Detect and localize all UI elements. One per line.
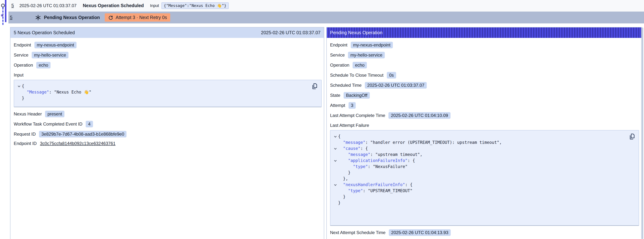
json-line: "type": "UPSTREAM_TIMEOUT"	[332, 188, 628, 194]
json-line: }	[332, 200, 628, 206]
json-gutter	[332, 176, 338, 182]
detail-card-title: 5 Nexus Operation Scheduled	[14, 30, 75, 35]
json-line-text: }	[338, 200, 341, 206]
field-label: Nexus Header	[14, 112, 42, 116]
json-line-text: "cause": {	[338, 146, 368, 152]
json-gutter	[332, 170, 338, 176]
field-value-chip: my-nexus-endpoint	[34, 42, 76, 48]
json-line: "message": "handler error (UPSTREAM_TIME…	[332, 140, 628, 146]
pending-operation-card: Pending Nexus Operation Endpointmy-nexus…	[326, 27, 642, 239]
json-gutter	[16, 89, 22, 95]
field-value-chip: 3	[348, 102, 356, 109]
event-id-link[interactable]: 5	[10, 15, 12, 20]
collapse-chevron-icon[interactable]	[334, 183, 337, 186]
field-endpoint-id: Endpoint ID3c0c75ccfa8144b092c13ce632463…	[14, 141, 322, 146]
field-workflow-task-completed-event-id: Workflow Task Completed Event ID4	[14, 121, 322, 127]
event-title: Pending Nexus Operation	[44, 15, 100, 20]
failure-json-block: { "message": "handler error (UPSTREAM_TI…	[330, 130, 639, 226]
field-value-chip: 0s	[387, 72, 396, 78]
field-operation: Operationecho	[330, 62, 639, 68]
field-label: Service	[330, 52, 345, 58]
pending-card-body: Endpointmy-nexus-endpointServicemy-hello…	[327, 38, 641, 236]
field-label: Endpoint	[330, 42, 348, 48]
event-input-value-chip: {"Message":"Nexus Echo 👋"}	[162, 2, 228, 9]
copy-icon[interactable]	[628, 133, 636, 141]
json-line-text: }	[22, 95, 24, 101]
json-line-text: "type": "UPSTREAM_TIMEOUT"	[338, 188, 412, 194]
field-value-chip: BackingOff	[344, 92, 370, 99]
json-gutter	[332, 152, 338, 158]
field-operation: Operationecho	[14, 62, 322, 68]
event-detail-card-scheduled: 5 Nexus Operation Scheduled 2025-02-26 U…	[10, 27, 324, 239]
json-line: {	[332, 134, 628, 140]
collapse-chevron-icon[interactable]	[334, 135, 337, 138]
collapse-chevron-icon[interactable]	[18, 84, 20, 87]
pending-card-title: Pending Nexus Operation	[330, 30, 382, 35]
field-value-chip: 2025-02-26 UTC 01:03:37.07	[365, 82, 427, 88]
failure-section-label: Last Attempt Failure	[330, 123, 639, 128]
json-gutter	[332, 146, 338, 152]
event-timestamp: 2025-02-26 UTC 01:03:37.07	[20, 3, 76, 8]
json-line: }	[16, 95, 310, 101]
event-row-pending[interactable]: 5 Pending Nexus Operation Attempt 3 · Ne…	[8, 12, 644, 24]
json-line: }	[332, 194, 628, 200]
json-line-text: },	[338, 176, 348, 182]
field-label: Next Attempt Schedule Time	[330, 230, 386, 235]
json-gutter	[16, 83, 22, 89]
field-value-chip: 2025-02-26 UTC 01:04:10.09	[388, 112, 450, 119]
detail-card-timestamp: 2025-02-26 UTC 01:03:37.07	[261, 30, 320, 35]
pending-card-header: Pending Nexus Operation	[327, 28, 641, 38]
json-line: "applicationFailureInfo": {	[332, 158, 628, 164]
json-line-text: {	[338, 134, 341, 140]
event-title: Nexus Operation Scheduled	[83, 3, 144, 8]
field-label: Attempt	[330, 103, 345, 108]
json-line-text: "message": "upstream timeout",	[338, 152, 422, 158]
input-section-label: Input	[14, 72, 322, 78]
field-label: Workflow Task Completed Event ID	[14, 122, 82, 127]
json-gutter	[332, 140, 338, 146]
field-label: Service	[14, 52, 28, 58]
event-row-scheduled[interactable]: 5 2025-02-26 UTC 01:03:37.07 Nexus Opera…	[8, 0, 644, 11]
field-service: Servicemy-hello-service	[330, 52, 639, 58]
field-value-chip: echo	[36, 62, 50, 68]
field-value-chip: my-nexus-endpoint	[351, 42, 393, 48]
field-value-chip: my-hello-service	[348, 52, 385, 58]
json-gutter	[332, 182, 338, 188]
detail-card-header: 5 Nexus Operation Scheduled 2025-02-26 U…	[10, 28, 324, 38]
field-value-chip: 3e829b7e-7d67-4b08-aad3-b1e868bfe9e0	[39, 131, 126, 138]
field-label: Endpoint ID	[14, 141, 36, 146]
vertical-scrollbar[interactable]	[642, 28, 643, 239]
field-label: Operation	[330, 62, 349, 68]
field-value-chip: present	[45, 111, 64, 117]
field-label: Last Attempt Complete Time	[330, 113, 385, 118]
json-gutter	[332, 164, 338, 170]
copy-icon[interactable]	[311, 83, 318, 90]
field-value-link[interactable]: 3c0c75ccfa8144b092c13ce632463761	[40, 141, 115, 146]
field-label: Endpoint	[14, 42, 31, 48]
field-value-chip: 2025-02-26 UTC 01:04:13.93	[389, 229, 451, 236]
json-line: },	[332, 176, 628, 182]
field-value-chip: echo	[352, 62, 367, 68]
json-line-text: }	[338, 170, 350, 176]
timeline-event-dot-current	[1, 14, 4, 17]
timeline-event-dot-open	[1, 4, 5, 7]
json-line: }	[332, 170, 628, 176]
field-label: State	[330, 93, 340, 98]
field-schedule-to-close-timeout: Schedule To Close Timeout0s	[330, 72, 639, 78]
collapse-chevron-icon[interactable]	[334, 159, 337, 162]
json-line: "Message": "Nexus Echo 👋"	[16, 89, 310, 95]
event-id-link[interactable]: 5	[11, 3, 14, 8]
field-attempt: Attempt3	[330, 102, 639, 109]
json-gutter	[332, 194, 338, 200]
json-line-text: "nexusHandlerFailureInfo": {	[338, 182, 412, 188]
field-value-chip: my-hello-service	[32, 52, 68, 58]
field-scheduled-time: Scheduled Time2025-02-26 UTC 01:03:37.07	[330, 82, 639, 88]
json-line-text: "message": "handler error (UPSTREAM_TIME…	[338, 140, 502, 146]
retry-refresh-icon	[108, 15, 113, 20]
field-state: StateBackingOff	[330, 92, 639, 99]
field-label: Scheduled Time	[330, 83, 362, 88]
event-history-view: 5 2025-02-26 UTC 01:03:37.07 Nexus Opera…	[0, 0, 644, 239]
collapse-chevron-icon[interactable]	[334, 147, 337, 150]
json-gutter	[332, 188, 338, 194]
event-input-label: Input	[150, 3, 159, 8]
